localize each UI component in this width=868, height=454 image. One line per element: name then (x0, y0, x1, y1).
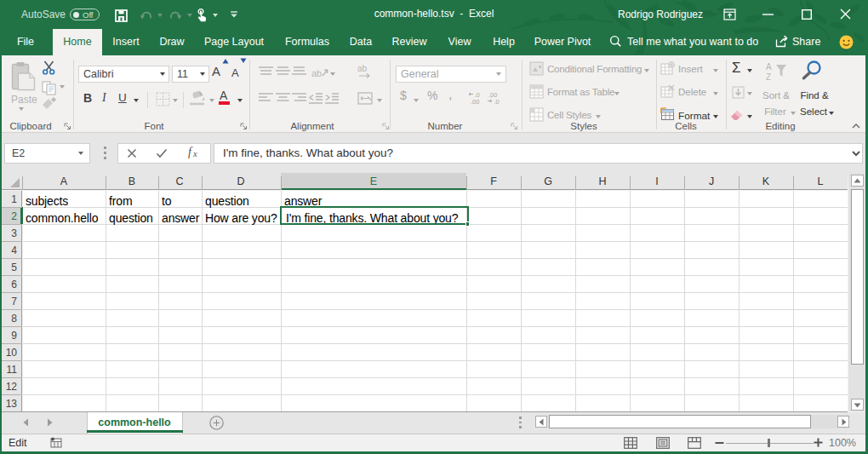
svg-text:Z: Z (766, 72, 771, 82)
svg-text:A: A (766, 62, 772, 72)
svg-text:ab: ab (311, 68, 322, 78)
svg-text:.00: .00 (471, 98, 479, 105)
svg-text:ab: ab (357, 64, 368, 73)
svg-text:.0: .0 (494, 98, 500, 105)
